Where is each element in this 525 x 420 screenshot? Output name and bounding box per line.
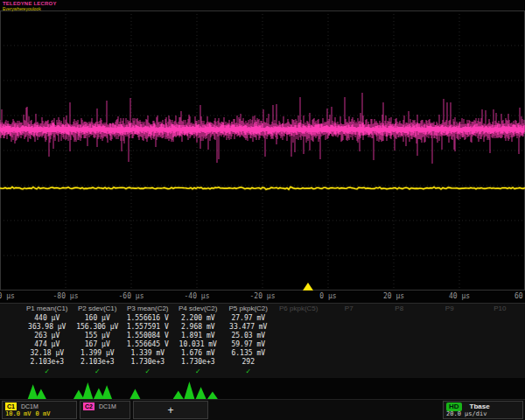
- measure-value-cell: [274, 332, 325, 340]
- measure-value-row: 440 µV160 µV1.556616 V2.200 mV27.97 mV: [0, 314, 525, 323]
- measure-value-cell: [274, 314, 325, 323]
- measure-status-cell: ✓: [22, 367, 73, 375]
- measure-param-header[interactable]: P10: [475, 304, 525, 314]
- trigger-position-marker[interactable]: [303, 283, 313, 290]
- measure-value-cell: 440 µV: [22, 314, 73, 323]
- time-axis-label: 60 µs: [514, 292, 525, 300]
- measure-value-cell: 2.103e+3: [22, 358, 73, 367]
- measure-value-cell: [274, 358, 325, 367]
- channel-descriptor-c2[interactable]: C2 DC1M: [80, 401, 130, 419]
- measure-value-cell: 1.339 mV: [122, 349, 173, 358]
- c2-badge: C2: [83, 402, 94, 410]
- measure-param-header[interactable]: P6 pkpk(C5): [274, 304, 325, 314]
- measure-status-cell: [374, 367, 425, 375]
- measurement-table: P1 mean(C1)P2 sdev(C1)P3 mean(C2)P4 sdev…: [0, 303, 525, 379]
- measure-value-cell: [324, 314, 374, 323]
- measure-param-header[interactable]: P8: [374, 304, 425, 314]
- measure-value-cell: [374, 340, 425, 349]
- histicon[interactable]: [173, 378, 224, 399]
- measure-value-cell: [324, 323, 374, 332]
- measure-value-row: 2.103e+32.103e+31.730e+31.730e+3292: [0, 358, 525, 367]
- measure-param-header[interactable]: P4 sdev(C2): [173, 304, 224, 314]
- time-axis-label: -80 µs: [53, 292, 79, 300]
- histicon-row: [0, 378, 525, 399]
- measure-param-header[interactable]: P7: [324, 304, 374, 314]
- measure-param-header[interactable]: P3 mean(C2): [122, 304, 173, 314]
- measure-status-cell: ✓: [223, 367, 274, 375]
- measure-value-cell: 2.103e+3: [73, 358, 123, 367]
- measure-value-row: 363.98 µV156.306 µV1.557591 V2.968 mV33.…: [0, 323, 525, 332]
- measure-value-cell: [475, 314, 525, 323]
- add-dialog-tab[interactable]: +: [133, 401, 208, 419]
- measure-value-cell: 6.135 mV: [223, 349, 274, 358]
- time-axis-label: -40 µs: [185, 292, 210, 300]
- measure-status-row: ✓✓✓✓✓: [0, 367, 525, 375]
- measure-header-row: P1 mean(C1)P2 sdev(C1)P3 mean(C2)P4 sdev…: [0, 304, 525, 314]
- measure-value-row: 474 µV167 µV1.556645 V10.031 mV59.97 mV: [0, 340, 525, 349]
- measure-value-cell: 32.18 µV: [22, 349, 73, 358]
- measure-value-cell: [475, 349, 525, 358]
- c1-coupling-label: DC1M: [21, 402, 38, 410]
- measure-value-cell: [475, 332, 525, 340]
- measure-value-cell: [424, 349, 475, 358]
- measure-value-cell: [374, 332, 425, 340]
- measure-value-cell: [324, 332, 374, 340]
- measure-value-cell: 59.97 mV: [223, 340, 274, 349]
- descriptor-bar: C1 DC1M 10.0 mV 0 mV C2 DC1M + HD Tbase: [0, 399, 525, 420]
- c1-vertical-scale: 10.0 mV: [5, 410, 32, 418]
- measure-value-cell: 10.031 mV: [173, 340, 224, 349]
- c2-coupling-label: DC1M: [99, 402, 116, 410]
- timebase-descriptor[interactable]: HD Tbase 20.0 µs/div: [443, 401, 523, 419]
- measure-value-cell: 1.399 µV: [73, 349, 123, 358]
- timebase-label: Tbase: [470, 402, 490, 410]
- measure-param-header[interactable]: P9: [424, 304, 475, 314]
- measure-value-cell: [374, 323, 425, 332]
- waveform-display[interactable]: [0, 10, 525, 290]
- measure-value-cell: 474 µV: [22, 340, 73, 349]
- measure-value-cell: 1.676 mV: [173, 349, 224, 358]
- histicon[interactable]: [22, 378, 73, 399]
- measure-value-cell: [475, 323, 525, 332]
- graticule[interactable]: [0, 10, 525, 290]
- measure-value-cell: 1.730e+3: [122, 358, 173, 367]
- measure-value-cell: 1.556645 V: [122, 340, 173, 349]
- measure-value-cell: [424, 358, 475, 367]
- time-axis-label: -60 µs: [119, 292, 144, 300]
- measure-value-row: 263 µV155 µV1.550084 V1.891 mV25.03 mV: [0, 332, 525, 340]
- measure-value-cell: [274, 340, 325, 349]
- measure-value-cell: 167 µV: [73, 340, 123, 349]
- measure-value-cell: [424, 314, 475, 323]
- brand-logo: TELEDYNE LECROY Everywhereyoulook: [3, 1, 57, 11]
- measure-value-cell: 2.200 mV: [173, 314, 224, 323]
- measure-value-cell: [374, 358, 425, 367]
- measure-value-cell: [324, 349, 374, 358]
- plus-icon: +: [167, 405, 173, 416]
- measure-param-header[interactable]: P1 mean(C1): [22, 304, 73, 314]
- measure-value-cell: 292: [223, 358, 274, 367]
- measure-value-cell: 156.306 µV: [73, 323, 123, 332]
- hd-badge: HD: [446, 402, 462, 411]
- measure-status-cell: [324, 367, 374, 375]
- measure-value-cell: [424, 340, 475, 349]
- measure-value-cell: [324, 358, 374, 367]
- measure-value-cell: 1.556616 V: [122, 314, 173, 323]
- measure-param-header[interactable]: P5 pkpk(C2): [223, 304, 274, 314]
- channel-descriptor-c1[interactable]: C1 DC1M 10.0 mV 0 mV: [2, 401, 77, 419]
- measure-status-cell: ✓: [73, 367, 123, 375]
- time-axis-label: -20 µs: [250, 292, 276, 300]
- measure-value-cell: [475, 340, 525, 349]
- measure-value-cell: [424, 332, 475, 340]
- oscilloscope-screen: TELEDYNE LECROY Everywhereyoulook -100 µ…: [0, 0, 525, 420]
- measure-value-cell: 25.03 mV: [223, 332, 274, 340]
- measure-value-cell: [424, 323, 475, 332]
- measure-value-row: 32.18 µV1.399 µV1.339 mV1.676 mV6.135 mV: [0, 349, 525, 358]
- measure-value-cell: 27.97 mV: [223, 314, 274, 323]
- histicon[interactable]: [122, 378, 173, 399]
- measure-value-cell: [374, 349, 425, 358]
- histicon[interactable]: [73, 378, 123, 399]
- measure-value-cell: [274, 323, 325, 332]
- time-axis-label: 0 µs: [319, 292, 336, 300]
- measure-value-cell: 2.968 mV: [173, 323, 224, 332]
- measure-value-cell: 363.98 µV: [22, 323, 73, 332]
- measure-param-header[interactable]: P2 sdev(C1): [73, 304, 123, 314]
